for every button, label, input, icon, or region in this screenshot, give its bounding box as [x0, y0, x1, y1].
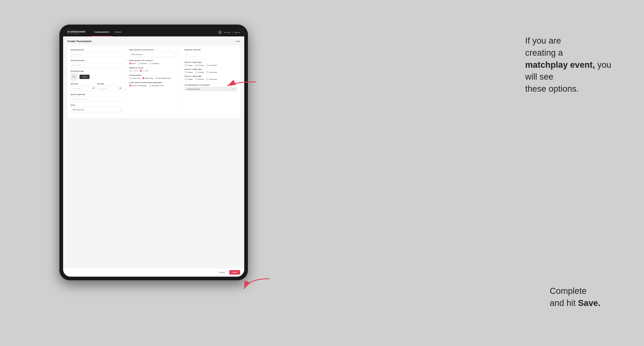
teams-option[interactable]: Teams (+Individuals) — [129, 85, 147, 87]
user-name: Test User — [224, 31, 230, 33]
scoring-medal[interactable]: Medal Match Play — [155, 77, 171, 79]
page-header: Create Tournament ‹ Back — [67, 40, 240, 43]
annotation-top: If you are creating a matchplay event, y… — [525, 35, 632, 95]
gender-mens[interactable]: Mens — [129, 62, 136, 64]
bottom-bar: Cancel Save — [63, 268, 244, 277]
round1-radios: Singles Fourball Foursomes — [184, 64, 237, 66]
annotation-you: you — [595, 60, 611, 70]
arrow-top — [223, 80, 256, 93]
round3-singles[interactable]: Singles — [184, 78, 192, 80]
gender-radio-group: Mens Womens Combined — [129, 62, 178, 64]
end-date-label: End date — [97, 83, 122, 85]
venue-label: Venue — [70, 104, 122, 106]
tournament-name-group: Tournament name — [70, 60, 122, 68]
tournament-logo-group: Tournament logo Upload — [70, 70, 122, 80]
round2-singles[interactable]: Singles — [184, 71, 192, 73]
scoring-group: Scoring system Stroke Play Match Play — [129, 74, 178, 79]
round2-foursomes[interactable]: Foursomes — [206, 71, 217, 73]
round2-radios: Singles Fourball Foursomes — [184, 71, 237, 73]
sponsor-label: Sponsor (optional) — [70, 94, 122, 95]
individuals-option[interactable]: Individuals Only — [149, 85, 163, 87]
division-select-wrapper: NCAA Division I — [129, 52, 178, 57]
round1-fourball[interactable]: Fourball — [195, 64, 204, 66]
nav-tournaments[interactable]: TOURNAMENTS — [92, 28, 112, 36]
scoring-label: Scoring system — [129, 74, 178, 76]
tournament-logo-label: Tournament logo — [70, 70, 122, 72]
round-1[interactable]: 1 — [129, 70, 133, 72]
round1-match-type: Round 1 - Match Type Singles Fourball — [184, 61, 237, 66]
round3-foursomes[interactable]: Foursomes — [206, 78, 217, 80]
cancel-button[interactable]: Cancel — [216, 270, 228, 275]
division-select[interactable]: NCAA Division I — [129, 52, 178, 57]
navbar: SCOREBOARD Powered by clippit TOURNAMENT… — [63, 28, 244, 36]
page-title: Create Tournament — [67, 40, 92, 43]
scoring-stroke[interactable]: Stroke Play — [129, 77, 140, 79]
user-avatar — [218, 30, 222, 34]
main-content: Create Tournament ‹ Back Tournament Host — [63, 36, 244, 268]
gender-combined[interactable]: Combined — [149, 62, 159, 64]
gender-label: Which gender is the event for? — [129, 60, 178, 61]
round-2[interactable]: 2 — [134, 70, 138, 72]
date-group: Start date 📅 End date — [70, 83, 122, 91]
annotation-line2: creating a — [525, 48, 563, 57]
annotation-line5: these options. — [525, 84, 579, 94]
round-3[interactable]: 3 — [140, 70, 143, 72]
logo-upload-area: Upload — [70, 73, 122, 80]
tournament-name-label: Tournament name — [70, 60, 122, 61]
venue-group: Venue Search golf club — [70, 104, 122, 112]
start-date-input[interactable] — [70, 86, 96, 91]
gender-group: Which gender is the event for? Mens Wome… — [129, 60, 178, 64]
back-button[interactable]: ‹ Back — [234, 40, 240, 42]
round2-match-type: Round 2 - Match Type Singles Fourball — [184, 68, 237, 73]
end-date-input[interactable] — [97, 86, 122, 91]
sponsor-input[interactable] — [70, 96, 122, 102]
teams-label: Is this event for Teams and/or Individua… — [129, 82, 178, 83]
rounds-group: Number of rounds 1 2 — [129, 67, 178, 72]
max-team-size-group: Maximum Team Size — [184, 49, 237, 57]
max-team-size-label: Maximum Team Size — [184, 49, 237, 51]
navbar-right: Test User | Sign out — [218, 30, 240, 34]
sponsor-group: Sponsor (optional) — [70, 94, 122, 102]
svg-point-1 — [74, 76, 74, 77]
sign-out-link[interactable]: Sign out — [234, 31, 240, 33]
tournament-host-label: Tournament Host — [70, 49, 122, 51]
annotation-complete: Complete — [550, 286, 587, 296]
gender-womens[interactable]: Womens — [138, 62, 147, 64]
division-label: Which division is the event for? — [129, 49, 178, 51]
end-date-wrapper: 📅 — [97, 86, 122, 91]
annotation-line4: will see — [525, 72, 554, 81]
brand-name: SCOREBOARD — [67, 31, 86, 33]
tournament-host-group: Tournament Host — [70, 49, 122, 57]
save-button[interactable]: Save — [229, 270, 240, 275]
rounds-radio-group: 1 2 3 — [129, 70, 178, 72]
scoring-radio-group: Stroke Play Match Play Medal Match Play — [129, 77, 178, 79]
rounds-label: Number of rounds — [129, 67, 178, 69]
left-column: Tournament Host Tournament name Tourname… — [70, 49, 126, 115]
round3-fourball[interactable]: Fourball — [195, 78, 204, 80]
round1-foursomes[interactable]: Foursomes — [206, 64, 217, 66]
arrow-bottom — [241, 277, 270, 294]
teams-group: Is this event for Teams and/or Individua… — [129, 82, 178, 87]
round2-fourball[interactable]: Fourball — [195, 71, 204, 73]
upload-button[interactable]: Upload — [80, 75, 90, 79]
tournament-host-input[interactable] — [70, 52, 122, 57]
tournament-name-input[interactable] — [70, 62, 122, 68]
division-group: Which division is the event for? NCAA Di… — [129, 49, 178, 57]
round-4[interactable]: 4 — [145, 70, 148, 72]
round3-label: Round 3 - Match Type — [184, 75, 237, 77]
scoring-match[interactable]: Match Play — [142, 77, 153, 79]
venue-select-wrapper: Search golf club — [70, 107, 122, 112]
venue-select[interactable]: Search golf club — [70, 107, 122, 112]
round1-singles[interactable]: Singles — [184, 64, 192, 66]
annotation-and-hit: and hit — [550, 298, 578, 308]
annotation-line1: If you are — [525, 36, 561, 45]
form-container: Tournament Host Tournament name Tourname… — [67, 46, 240, 118]
tablet-screen: SCOREBOARD Powered by clippit TOURNAMENT… — [63, 28, 244, 277]
nav-teams[interactable]: TEAMS — [112, 28, 124, 36]
annotation-bold: matchplay event, — [525, 60, 595, 70]
annotation-save-bold: Save. — [578, 298, 600, 308]
start-date-wrapper: 📅 — [70, 86, 96, 91]
round3-match-type: Round 3 - Match Type Singles Fourball — [184, 75, 237, 80]
max-team-size-input[interactable] — [184, 52, 197, 57]
round1-label: Round 1 - Match Type — [184, 61, 237, 63]
